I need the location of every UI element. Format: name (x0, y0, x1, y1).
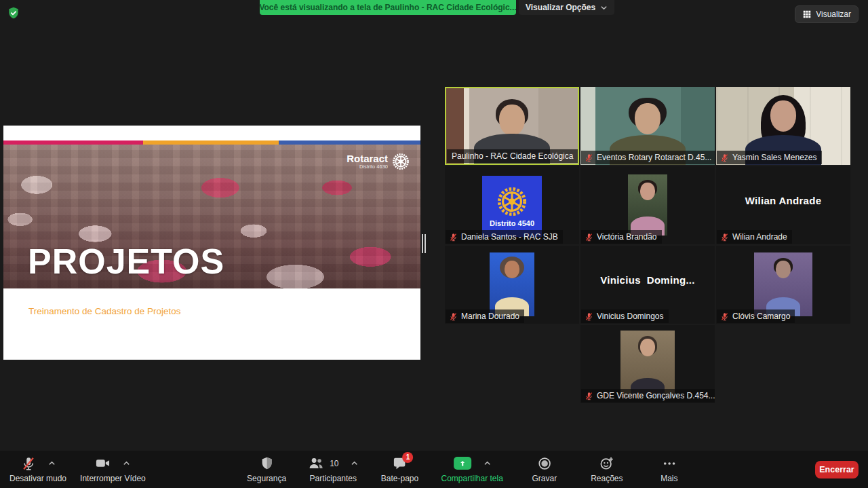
participant-name-label: GDE Vicente Gonçalves D.454... (581, 389, 715, 402)
mute-label: Desativar mudo (9, 474, 66, 483)
muted-mic-icon (585, 312, 593, 321)
participant-name-label: Vinicius Domingos (581, 309, 669, 323)
slide-top-strip (3, 126, 420, 140)
panel-resize-handle[interactable] (422, 234, 426, 253)
muted-mic-icon (720, 312, 729, 321)
participant-avatar: Distrito 4540 (482, 176, 542, 237)
participant-tile-eventos[interactable]: Eventos Rotary Rotaract D.45... (580, 87, 715, 165)
rotaract-logo: Rotaract Distrito 4630 (347, 153, 410, 170)
slide-bottom-area: Treinamento de Cadastro de Projetos (3, 288, 420, 316)
screen-share-banner: Você está visualizando a tela de Paulinh… (260, 0, 516, 15)
grid-icon (802, 10, 812, 19)
muted-mic-icon (585, 153, 593, 162)
muted-mic-icon (585, 233, 593, 242)
participant-avatar (628, 174, 667, 236)
participant-tile-yasmin[interactable]: Yasmin Sales Menezes (716, 87, 850, 165)
participant-tile-vinicius[interactable]: Vinicius Doming... Vinicius Domingos (580, 246, 715, 324)
participant-display-name: Vinicius Doming... (580, 246, 715, 314)
participant-name-label: Marina Dourado (446, 309, 524, 323)
shield-icon (260, 456, 274, 470)
rotaract-logo-title: Rotaract (347, 153, 388, 164)
participant-tile-marina[interactable]: Marina Dourado (445, 246, 579, 324)
encryption-shield-icon[interactable] (7, 6, 20, 20)
muted-mic-icon (585, 392, 593, 400)
chat-label: Bate-papo (381, 474, 418, 483)
view-layout-button[interactable]: Visualizar (795, 5, 859, 23)
slide-title: PROJETOS (28, 244, 224, 279)
participant-tile-paulinho[interactable]: Paulinho - RAC Cidade Ecológica (445, 87, 579, 165)
end-meeting-button[interactable]: Encerrar (815, 461, 859, 478)
record-button[interactable]: Gravar (517, 451, 572, 488)
chevron-up-icon[interactable] (484, 459, 491, 467)
rotary-wheel-icon (392, 153, 410, 170)
participant-name: GDE Vicente Gonçalves D.454... (597, 391, 715, 400)
participant-name: Wilian Andrade (732, 232, 787, 242)
record-circle-icon (537, 456, 552, 471)
ellipsis-icon (662, 456, 677, 471)
participant-name-label: Clóvis Camargo (717, 309, 795, 323)
participant-name: Yasmin Sales Menezes (732, 153, 817, 162)
stop-video-button[interactable]: Interromper Vídeo (73, 451, 153, 488)
more-button[interactable]: Mais (642, 451, 697, 488)
participant-name: Daniela Santos - RAC SJB (461, 232, 558, 242)
people-icon (308, 455, 324, 472)
participant-tile-vicente[interactable]: GDE Vicente Gonçalves D.454... (580, 325, 715, 403)
chevron-down-icon (600, 4, 608, 12)
chevron-up-icon[interactable] (123, 459, 130, 467)
more-label: Mais (660, 474, 677, 483)
mute-button[interactable]: Desativar mudo (3, 451, 73, 488)
participant-avatar (620, 331, 675, 397)
slide-crowd-photo: Rotaract Distrito 4630 PROJETOS (3, 145, 420, 288)
share-screen-label: Compartilhar tela (441, 474, 502, 483)
slide-subtitle: Treinamento de Cadastro de Projetos (28, 306, 420, 316)
chat-badge: 1 (402, 452, 413, 463)
participant-name: Marina Dourado (461, 312, 519, 321)
chat-button[interactable]: 1 Bate-papo (372, 451, 427, 488)
participant-name-label: Wilian Andrade (717, 230, 792, 244)
participant-name: Paulinho - RAC Cidade Ecológica (452, 151, 573, 161)
avatar-district-text: Distrito 4540 (490, 219, 534, 227)
participant-name: Eventos Rotary Rotaract D.45... (597, 153, 711, 162)
participant-name-label: Eventos Rotary Rotaract D.45... (581, 151, 715, 164)
participants-label: Participantes (310, 474, 357, 483)
share-screen-button[interactable]: Compartilhar tela (434, 451, 509, 488)
participant-name-label: Victória Brandão (581, 230, 662, 244)
rotary-wheel-icon (496, 186, 528, 217)
participant-name-label: Yasmin Sales Menezes (717, 151, 822, 164)
participant-name-label: Daniela Santos - RAC SJB (446, 230, 563, 244)
view-layout-label: Visualizar (816, 10, 851, 19)
participant-name: Vinicius Domingos (597, 312, 664, 321)
reactions-button[interactable]: Reações (579, 451, 635, 488)
participant-tile-victoria[interactable]: Victória Brandão (580, 166, 715, 244)
chevron-up-icon[interactable] (48, 459, 56, 467)
participants-count: 10 (330, 459, 338, 468)
participant-tile-wilian[interactable]: Wilian Andrade Wilian Andrade (716, 166, 850, 244)
rotaract-logo-district: Distrito 4630 (347, 164, 388, 170)
participant-name: Clóvis Camargo (732, 312, 790, 321)
camera-icon (95, 455, 111, 471)
security-button[interactable]: Segurança (239, 451, 294, 488)
smiley-plus-icon (599, 455, 614, 471)
screen-share-banner-text: Você está visualizando a tela de Paulinh… (259, 3, 516, 12)
view-options-dropdown[interactable]: Visualizar Opções (519, 0, 614, 15)
participant-name-label: Paulinho - RAC Cidade Ecológica (447, 149, 578, 163)
mic-slash-icon (21, 456, 36, 471)
participant-grid: Paulinho - RAC Cidade Ecológica Eventos … (445, 87, 850, 403)
muted-mic-icon (449, 312, 458, 321)
meeting-toolbar: Desativar mudo Interromper Vídeo Seguran… (0, 451, 868, 488)
stop-video-label: Interromper Vídeo (80, 474, 146, 483)
participant-avatar (490, 252, 534, 316)
participant-tile-daniela[interactable]: Distrito 4540 Daniela Santos - RAC SJB (445, 166, 579, 244)
participant-name: Victória Brandão (597, 232, 657, 242)
share-screen-icon (454, 457, 471, 470)
muted-mic-icon (720, 153, 729, 162)
participant-display-name: Wilian Andrade (716, 166, 850, 235)
participant-tile-clovis[interactable]: Clóvis Camargo (716, 246, 850, 324)
chevron-up-icon[interactable] (351, 459, 358, 467)
participants-button[interactable]: 10 Participantes (301, 451, 365, 488)
participant-avatar (754, 252, 812, 316)
view-options-label: Visualizar Opções (526, 3, 595, 12)
muted-mic-icon (720, 233, 729, 242)
record-label: Gravar (532, 474, 557, 483)
security-label: Segurança (247, 474, 286, 483)
